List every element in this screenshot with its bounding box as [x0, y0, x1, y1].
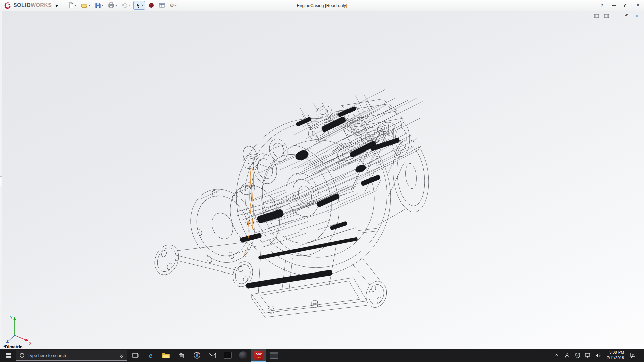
taskbar-app-file-explorer[interactable]: [158, 349, 174, 362]
action-center-button[interactable]: [630, 350, 636, 360]
open-folder-icon: [81, 2, 88, 8]
tray-shield-icon[interactable]: [575, 350, 581, 360]
taskbar-app-dark[interactable]: [235, 349, 251, 362]
taskbar: e SW 2017: [0, 349, 644, 362]
design-table-button[interactable]: [158, 1, 166, 10]
save-floppy-icon: [95, 2, 101, 8]
dark-app-icon: [239, 351, 247, 359]
triad-y-label: Y: [10, 316, 13, 320]
titlebar: SOLIDWORKS ▶ ▾ ▾ ▾: [0, 0, 644, 11]
task-view-button[interactable]: [127, 349, 143, 362]
cortana-icon: [20, 353, 24, 358]
doc-close-button[interactable]: ×: [634, 14, 639, 18]
3ds-logo-icon: [3, 1, 12, 9]
doc-restore-button[interactable]: [624, 14, 629, 18]
orientation-triad: Y X: [2, 313, 36, 347]
search-input[interactable]: [28, 353, 116, 358]
restore-icon: [624, 4, 628, 7]
task-view-icon: [132, 352, 139, 358]
solidworks-app-icon: SW 2017: [254, 351, 263, 360]
triad-x-label: X: [29, 341, 32, 345]
store-bag-icon: [178, 352, 185, 359]
window-controls: ? ×: [596, 0, 644, 11]
edge-icon: e: [149, 351, 153, 360]
solidworks-logo: SOLIDWORKS: [0, 1, 54, 9]
help-button[interactable]: ?: [596, 0, 608, 11]
caret-down-icon: ▾: [175, 4, 177, 7]
tray-network-icon[interactable]: [585, 350, 591, 360]
tray-volume-icon[interactable]: [595, 350, 601, 360]
clock-date: 7/11/2018: [607, 355, 624, 361]
brand-works: WORKS: [31, 2, 52, 8]
graphics-area[interactable]: × Y X *Dimetric: [0, 11, 644, 349]
toolbar-expander-icon[interactable]: ▶: [54, 3, 62, 8]
quick-access-toolbar: ▾ ▾ ▾ ▾: [67, 1, 178, 10]
panel-splitter-handle[interactable]: [0, 176, 2, 186]
caret-down-icon: ▾: [75, 4, 77, 7]
print-button[interactable]: ▾: [107, 1, 118, 10]
caret-down-icon: ▾: [142, 4, 143, 7]
restore-button[interactable]: [620, 0, 632, 11]
minimize-icon: [615, 16, 618, 16]
doc-minimize-button[interactable]: [614, 14, 619, 18]
mail-envelope-icon: [209, 353, 216, 358]
select-tool-button[interactable]: ▾: [133, 1, 145, 10]
minimize-button[interactable]: [608, 0, 620, 11]
doc-pane-right-button[interactable]: [604, 14, 609, 18]
taskbar-app-browser[interactable]: [189, 349, 205, 362]
solidworks-icon-year: 2017: [256, 356, 261, 358]
taskbar-app-solidworks[interactable]: SW 2017: [251, 349, 266, 362]
terminal-icon: [224, 352, 232, 359]
taskbar-search[interactable]: [16, 350, 127, 361]
select-cursor-icon: [135, 3, 141, 8]
appearance-button[interactable]: [147, 1, 156, 10]
document-title: EngineCasing [Read-only]: [297, 3, 347, 8]
taskbar-app-mail[interactable]: [205, 349, 220, 362]
browser-circle-icon: [193, 352, 201, 359]
pane-right-icon: [604, 14, 609, 18]
caret-down-icon: ▾: [115, 4, 117, 7]
new-document-button[interactable]: ▾: [67, 1, 78, 10]
taskbar-app-window[interactable]: [266, 349, 282, 362]
render-sphere-icon: [148, 2, 154, 8]
tray-chevron-up[interactable]: ^: [554, 350, 560, 360]
pane-left-icon: [594, 14, 599, 18]
file-explorer-icon: [162, 352, 170, 359]
undo-button[interactable]: ▾: [120, 1, 132, 10]
taskbar-app-edge[interactable]: e: [143, 349, 158, 362]
taskbar-app-store[interactable]: [174, 349, 189, 362]
system-tray: ^ 3:08 PM 7/11/2018: [554, 349, 644, 362]
app-window-icon: [270, 352, 278, 359]
caret-down-icon: ▾: [102, 4, 104, 7]
minimize-icon: [612, 5, 616, 6]
caret-down-icon: ▾: [89, 4, 90, 7]
solidworks-icon-label: SW: [256, 352, 262, 356]
document-window-controls: ×: [594, 14, 639, 18]
microphone-icon[interactable]: [119, 353, 124, 358]
save-button[interactable]: ▾: [94, 1, 105, 10]
clock-time: 3:08 PM: [607, 350, 624, 355]
taskbar-app-terminal[interactable]: [220, 349, 235, 362]
close-button[interactable]: ×: [632, 0, 644, 11]
undo-arrow-icon: [122, 2, 128, 8]
tray-people-icon[interactable]: [564, 350, 570, 360]
printer-icon: [108, 2, 114, 8]
brand-solid: SOLID: [13, 2, 31, 8]
wireframe-model: [0, 11, 644, 349]
start-button[interactable]: [0, 349, 16, 362]
open-button[interactable]: ▾: [80, 1, 92, 10]
doc-pane-left-button[interactable]: [594, 14, 599, 18]
caret-down-icon: ▾: [129, 4, 130, 7]
table-grid-icon: [159, 2, 165, 8]
gear-icon: ⚙: [170, 2, 174, 8]
windows-logo-icon: [6, 353, 11, 358]
restore-icon: [625, 14, 628, 17]
tray-clock[interactable]: 3:08 PM 7/11/2018: [606, 350, 625, 360]
new-document-icon: [68, 2, 74, 8]
options-button[interactable]: ⚙ ▾: [168, 1, 178, 10]
